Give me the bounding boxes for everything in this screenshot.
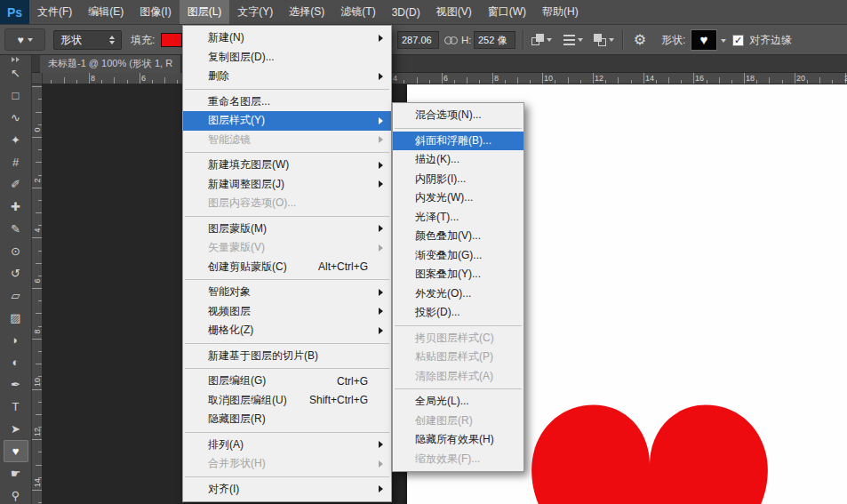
- shape-tool-icon[interactable]: ♥: [4, 440, 28, 462]
- heart-shape-path: [531, 405, 768, 504]
- gradient-tool-icon[interactable]: ▨: [4, 307, 28, 329]
- layer-menu-item[interactable]: 排列(A): [183, 436, 391, 455]
- ruler-number: 8: [91, 74, 95, 83]
- layer-menu-item[interactable]: 视频图层: [183, 302, 391, 322]
- layer-menu-item[interactable]: 对齐(I): [183, 480, 391, 500]
- zoom-tool-icon[interactable]: ⚲: [4, 484, 28, 504]
- menu-item-label: 外发光(O)...: [415, 286, 471, 301]
- layer-style-item[interactable]: 光泽(T)...: [393, 208, 523, 228]
- brush-tool-icon[interactable]: ✎: [4, 218, 28, 240]
- path-alignment-button[interactable]: [563, 30, 583, 50]
- layer-menu-item[interactable]: 取消图层编组(U)Shift+Ctrl+G: [183, 391, 391, 411]
- path-arrangement-button[interactable]: [594, 30, 614, 50]
- layer-menu-item[interactable]: 图层蒙版(M): [183, 220, 391, 239]
- layer-menu-item[interactable]: 新建(N): [183, 28, 391, 48]
- layer-style-item[interactable]: 混合选项(N)...: [393, 106, 523, 125]
- menu-item-label: 创建剪贴蒙版(C): [208, 260, 287, 275]
- menubar-item[interactable]: 图层(L): [180, 0, 230, 24]
- layer-style-item[interactable]: 投影(D)...: [393, 303, 523, 323]
- layer-style-item[interactable]: 内发光(W)...: [393, 188, 523, 208]
- ruler-number: 2: [33, 172, 42, 188]
- layer-menu-item[interactable]: 栅格化(Z): [183, 321, 391, 340]
- eraser-tool-icon[interactable]: ▱: [4, 284, 28, 307]
- layer-menu-item[interactable]: 创建剪贴蒙版(C)Alt+Ctrl+G: [183, 258, 391, 277]
- menubar-item[interactable]: 文件(F): [29, 0, 80, 24]
- layer-menu-item[interactable]: 复制图层(D)...: [183, 48, 391, 68]
- path-selection-tool-icon[interactable]: ➤: [4, 418, 28, 440]
- blur-tool-icon[interactable]: ◗: [4, 329, 28, 351]
- horizontal-ruler[interactable]: 86420246810121416182022: [32, 73, 847, 84]
- menu-separator: [185, 279, 389, 280]
- ruler-tick: [530, 80, 531, 84]
- healing-brush-tool-icon[interactable]: ✚: [4, 196, 28, 218]
- layer-menu-item[interactable]: 智能对象: [183, 283, 391, 302]
- eyedropper-tool-icon[interactable]: ✐: [4, 173, 28, 196]
- lasso-tool-icon[interactable]: ∿: [4, 107, 28, 129]
- chevron-down-icon[interactable]: [721, 39, 726, 43]
- tool-preset-picker[interactable]: ♥: [4, 28, 45, 51]
- document-tab[interactable]: 未标题-1 @ 100% (形状 1, R: [40, 55, 181, 73]
- layer-style-item[interactable]: 图案叠加(Y)...: [393, 265, 523, 284]
- ruler-tick: [467, 77, 467, 84]
- align-edges-checkbox[interactable]: ✓: [732, 35, 744, 46]
- layer-menu-item[interactable]: 图层样式(Y): [183, 111, 391, 131]
- layer-menu-item[interactable]: 图层编组(G)Ctrl+G: [183, 372, 391, 391]
- shape-width-field[interactable]: 287.06: [397, 31, 439, 49]
- layer-style-item[interactable]: 内阴影(I)...: [393, 170, 523, 189]
- menu-separator: [185, 476, 389, 477]
- menubar-item[interactable]: 窗口(W): [480, 0, 534, 24]
- vertical-ruler[interactable]: 02468101214: [32, 84, 43, 504]
- layer-menu-item[interactable]: 删除: [183, 67, 391, 86]
- geometry-options-button[interactable]: ⚙: [628, 29, 651, 51]
- layer-menu-item[interactable]: 隐藏图层(R): [183, 410, 391, 429]
- magic-wand-tool-icon[interactable]: ✦: [4, 129, 28, 151]
- crop-tool-icon[interactable]: #: [4, 151, 28, 173]
- ruler-tick: [744, 73, 745, 84]
- layer-style-item[interactable]: 斜面和浮雕(B)...: [393, 132, 523, 151]
- layer-menu: 新建(N)复制图层(D)...删除重命名图层...图层样式(Y)智能滤镜新建填充…: [182, 25, 392, 502]
- move-tool-icon[interactable]: ↖: [4, 62, 28, 84]
- menubar-item[interactable]: 3D(D): [384, 0, 428, 24]
- menu-separator: [395, 128, 522, 129]
- path-operations-button[interactable]: [531, 30, 552, 50]
- link-dimensions-icon[interactable]: [444, 36, 458, 44]
- layer-menu-item[interactable]: 新建调整图层(J): [183, 175, 391, 195]
- history-brush-tool-icon[interactable]: ↺: [4, 262, 28, 284]
- layer-style-item[interactable]: 描边(K)...: [393, 150, 523, 170]
- menubar-item[interactable]: 编辑(E): [80, 0, 132, 24]
- layer-style-item[interactable]: 全局光(L)...: [393, 392, 523, 412]
- menubar-item[interactable]: 选择(S): [281, 0, 332, 24]
- menubar-item[interactable]: 图像(I): [132, 0, 179, 24]
- ruler-origin-corner[interactable]: [32, 73, 43, 84]
- ruler-tick: [517, 77, 518, 84]
- ruler-tick: [580, 80, 581, 84]
- shape-height-field[interactable]: 252 像: [474, 31, 515, 49]
- ruler-tick: [38, 251, 42, 252]
- menubar-item[interactable]: 帮助(H): [534, 0, 587, 24]
- hand-tool-icon[interactable]: ☛: [4, 462, 28, 484]
- layer-style-item[interactable]: 颜色叠加(V)...: [393, 227, 523, 246]
- menubar-item[interactable]: 视图(V): [428, 0, 480, 24]
- marquee-tool-icon[interactable]: □: [4, 84, 28, 107]
- dodge-tool-icon[interactable]: ◐: [4, 351, 28, 373]
- layer-menu-item[interactable]: 新建填充图层(W): [183, 156, 391, 175]
- pen-tool-icon[interactable]: ✒: [4, 373, 28, 396]
- menu-item-label: 合并形状(H): [208, 456, 266, 471]
- ruler-number: 8: [33, 324, 42, 340]
- custom-shape-picker[interactable]: ♥: [691, 29, 717, 51]
- layer-style-item[interactable]: 隐藏所有效果(H): [393, 430, 523, 450]
- chevron-down-icon: [547, 38, 552, 42]
- type-tool-icon[interactable]: T: [4, 396, 28, 418]
- menubar-item[interactable]: 文字(Y): [229, 0, 281, 24]
- menu-separator: [395, 388, 522, 389]
- menu-separator: [185, 89, 389, 90]
- layer-menu-item[interactable]: 新建基于图层的切片(B): [183, 347, 391, 366]
- menubar-item[interactable]: 滤镜(T): [332, 0, 383, 24]
- layer-menu-item[interactable]: 重命名图层...: [183, 92, 391, 112]
- layer-style-item[interactable]: 渐变叠加(G)...: [393, 246, 523, 266]
- submenu-arrow-icon: [379, 327, 383, 334]
- layer-style-item[interactable]: 外发光(O)...: [393, 284, 523, 304]
- tool-mode-select[interactable]: 形状: [53, 30, 122, 50]
- fill-color-swatch[interactable]: [161, 33, 182, 47]
- clone-stamp-tool-icon[interactable]: ⊙: [4, 240, 28, 262]
